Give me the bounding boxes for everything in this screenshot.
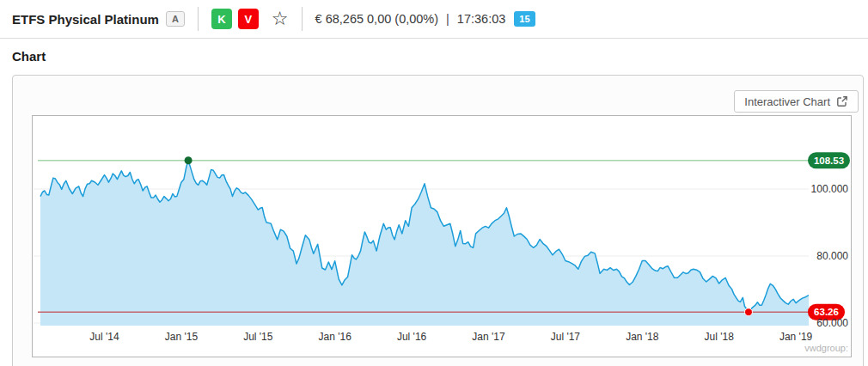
external-link-icon xyxy=(836,95,848,107)
x-axis-tick-label: Jul '16 xyxy=(397,331,427,343)
header-divider xyxy=(302,7,303,31)
x-axis-tick-label: Jul '14 xyxy=(89,331,119,343)
price-time-separator: | xyxy=(446,12,449,26)
watermark-text: vwdgroup: xyxy=(804,343,848,353)
y-axis-tick-label: 100.000 xyxy=(811,183,849,195)
watchlist-star-icon[interactable]: ☆ xyxy=(272,9,289,28)
delay-badge: 15 xyxy=(514,11,535,27)
chart-panel: Interactiver Chart 108.5363.26100.00080.… xyxy=(12,75,864,366)
y-axis-tick-label: 60.000 xyxy=(816,317,848,329)
min-badge-label: 63.26 xyxy=(814,307,839,317)
quote-time: 17:36:03 xyxy=(457,12,505,26)
y-axis-tick-label: 80.000 xyxy=(816,250,848,262)
section-title: Chart xyxy=(12,49,868,64)
min-marker-dot xyxy=(744,308,752,316)
x-axis-tick-label: Jan '18 xyxy=(626,331,659,343)
price-quote: € 68,265 0,00 (0,00%) xyxy=(315,12,439,26)
instrument-type-badge: A xyxy=(166,11,185,27)
x-axis-tick-label: Jan '17 xyxy=(472,331,505,343)
buy-button[interactable]: K xyxy=(211,9,232,29)
max-badge-label: 108.53 xyxy=(814,156,844,166)
x-axis-tick-label: Jan '15 xyxy=(165,331,199,343)
instrument-header: ETFS Physical Platinum A K V ☆ € 68,265 … xyxy=(0,0,868,39)
price-chart: 108.5363.26100.00080.00060.000Jul '14Jan… xyxy=(33,116,851,357)
x-axis-tick-label: Jan '19 xyxy=(779,331,813,343)
interactive-chart-button[interactable]: Interactiver Chart xyxy=(734,90,859,113)
x-axis-tick-label: Jul '17 xyxy=(551,331,581,343)
instrument-name: ETFS Physical Platinum xyxy=(12,12,159,27)
x-axis-tick-label: Jan '16 xyxy=(319,331,352,343)
max-marker-dot xyxy=(185,156,193,164)
header-divider xyxy=(198,7,199,31)
chart-plot-container: 108.5363.26100.00080.00060.000Jul '14Jan… xyxy=(32,115,852,357)
x-axis-tick-label: Jul '15 xyxy=(243,331,273,343)
interactive-chart-label: Interactiver Chart xyxy=(744,95,830,108)
sell-button[interactable]: V xyxy=(238,9,259,29)
x-axis-tick-label: Jul '18 xyxy=(705,331,735,343)
